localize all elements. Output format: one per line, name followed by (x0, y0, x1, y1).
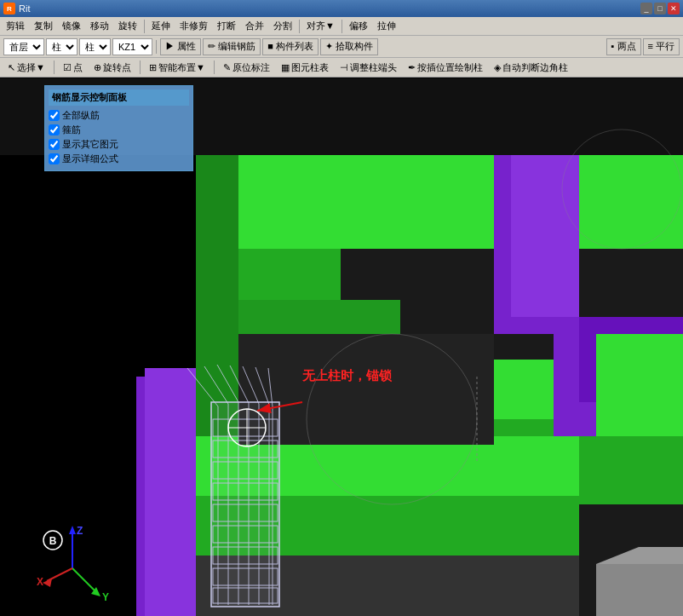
element-col-table-btn[interactable]: ▦ 图元柱表 (277, 60, 333, 75)
col-id-wrap[interactable]: KZ1 (112, 38, 152, 55)
sep-r3-2 (140, 60, 141, 74)
toolbar-row1: 剪辑 复制 镜像 移动 旋转 延伸 非修剪 打断 合并 分割 对齐▼ 偏移 拉伸 (0, 17, 683, 36)
col-type1-wrap[interactable]: 柱 (46, 38, 77, 55)
stretch-btn[interactable]: 拉伸 (373, 19, 400, 34)
auto-corner-col-btn[interactable]: ◈ 自动判断边角柱 (490, 60, 572, 75)
svg-marker-11 (511, 155, 579, 317)
label-other-elements: 显示其它图元 (62, 138, 118, 151)
table-icon: ▦ (281, 62, 290, 73)
rotate-btn[interactable]: 旋转 (114, 19, 141, 34)
svg-text:X: X (37, 576, 43, 588)
component-list-btn[interactable]: ■ 构件列表 (262, 38, 319, 55)
point-btn[interactable]: ☑ 点 (59, 60, 87, 75)
merge-btn[interactable]: 合并 (241, 19, 268, 34)
rotate-point-icon: ⊕ (94, 62, 101, 73)
sep2 (299, 20, 300, 33)
adjust-col-end-btn[interactable]: ⊣ 调整柱端头 (336, 60, 401, 75)
minimize-btn[interactable]: _ (640, 3, 652, 14)
split-btn[interactable]: 分割 (269, 19, 296, 34)
svg-text:B: B (49, 535, 57, 547)
title-bar: R Rit _ □ ✕ (0, 0, 683, 17)
sep-r3-3 (214, 60, 215, 74)
col-type2-select[interactable]: 柱 (79, 38, 111, 55)
checkbox-row-all-rebar[interactable]: 全部纵筋 (49, 109, 189, 122)
panel-title: 钢筋显示控制面板 (49, 89, 189, 106)
app-icon: R (3, 3, 15, 14)
copy-btn[interactable]: 复制 (30, 19, 57, 34)
window-title: Rit (19, 3, 640, 14)
auto-icon: ◈ (494, 62, 501, 73)
toolbar-area: 剪辑 复制 镜像 移动 旋转 延伸 非修剪 打断 合并 分割 对齐▼ 偏移 拉伸… (0, 17, 683, 78)
checkbox-stirrup[interactable] (49, 124, 60, 135)
notrim-btn[interactable]: 非修剪 (175, 19, 212, 34)
svg-marker-22 (596, 564, 683, 616)
label-stirrup: 箍筋 (62, 124, 81, 136)
checkbox-all-rebar[interactable] (49, 110, 60, 121)
svg-marker-15 (145, 368, 196, 616)
floor-dropdown-wrap[interactable]: 首层 (3, 38, 44, 55)
floor-select[interactable]: 首层 (3, 38, 44, 55)
checkbox-detail-formula[interactable] (49, 153, 60, 164)
annotation-text: 无上柱时，锚锁 (302, 368, 392, 384)
toolbar-row2: 首层 柱 柱 KZ1 ▶ 属性 ✏ 编辑钢筋 ■ 构件列表 ✦ 拾取构件 ▪ 两… (0, 36, 683, 58)
select-icon: ↖ (8, 62, 15, 73)
checkbox-row-other-elements[interactable]: 显示其它图元 (49, 138, 189, 151)
annotation-icon: ✎ (223, 62, 231, 73)
edit-rebar-btn[interactable]: ✏ 编辑钢筋 (203, 38, 261, 55)
checkbox-row-detail-formula[interactable]: 显示详细公式 (49, 153, 189, 165)
break-btn[interactable]: 打断 (213, 19, 240, 34)
maximize-btn[interactable]: □ (654, 3, 666, 14)
inplace-annotation-btn[interactable]: ✎ 原位标注 (219, 60, 274, 75)
cut-btn[interactable]: 剪辑 (2, 19, 29, 34)
smart-layout-btn[interactable]: ⊞ 智能布置▼ (145, 60, 209, 75)
smart-icon: ⊞ (149, 62, 157, 73)
window-controls: _ □ ✕ (640, 3, 680, 14)
svg-text:Y: Y (102, 591, 109, 603)
label-detail-formula: 显示详细公式 (62, 153, 118, 165)
checkbox-icon: ☑ (63, 62, 72, 73)
align-btn[interactable]: 对齐▼ (302, 19, 339, 34)
sep-r3-1 (54, 60, 55, 74)
two-point-btn[interactable]: ▪ 两点 (606, 38, 641, 55)
adjust-icon: ⊣ (340, 62, 348, 73)
draw-icon: ✒ (408, 62, 416, 73)
parallel-btn[interactable]: ≡ 平行 (643, 38, 680, 55)
svg-marker-18 (596, 334, 683, 436)
extend-btn[interactable]: 延伸 (147, 19, 175, 34)
svg-text:Z: Z (77, 525, 83, 537)
sep1 (144, 20, 145, 33)
main-viewport[interactable]: Z Y X B 无上柱时，锚锁 钢筋显示控制面板 全部纵筋 箍筋 (0, 78, 683, 616)
property-btn[interactable]: ▶ 属性 (160, 38, 201, 55)
checkbox-other-elements[interactable] (49, 139, 60, 150)
offset-btn[interactable]: 偏移 (345, 19, 372, 34)
col-type1-select[interactable]: 柱 (46, 38, 77, 55)
close-btn[interactable]: ✕ (668, 3, 680, 14)
sep-r2-1 (156, 40, 157, 54)
col-id-select[interactable]: KZ1 (112, 38, 152, 55)
svg-marker-19 (579, 436, 683, 504)
rotate-point-btn[interactable]: ⊕ 旋转点 (89, 60, 135, 75)
checkbox-row-stirrup[interactable]: 箍筋 (49, 124, 189, 136)
label-all-rebar: 全部纵筋 (62, 109, 100, 122)
mirror-btn[interactable]: 镜像 (58, 19, 85, 34)
select-btn[interactable]: ↖ 选择▼ (3, 60, 49, 75)
sep3 (342, 20, 342, 33)
annotation-panel: 钢筋显示控制面板 全部纵筋 箍筋 显示其它图元 显示详细公式 (44, 85, 193, 171)
pick-component-btn[interactable]: ✦ 拾取构件 (320, 38, 378, 55)
col-type2-wrap[interactable]: 柱 (79, 38, 111, 55)
toolbar-row3: ↖ 选择▼ ☑ 点 ⊕ 旋转点 ⊞ 智能布置▼ ✎ 原位标注 ▦ 图元柱表 ⊣ … (0, 58, 683, 77)
draw-col-btn[interactable]: ✒ 按插位置绘制柱 (404, 60, 487, 75)
move-btn[interactable]: 移动 (86, 19, 113, 34)
